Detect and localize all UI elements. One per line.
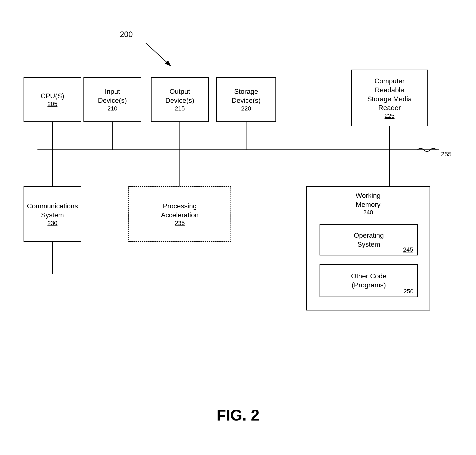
cpu-box: CPU(S) 205 — [24, 77, 81, 122]
svg-text:255: 255 — [441, 151, 452, 158]
working-memory-label: WorkingMemory — [307, 191, 429, 209]
output-number: 215 — [175, 105, 185, 112]
processing-number: 235 — [175, 220, 185, 227]
reader-label: ComputerReadableStorage MediaReader — [367, 77, 412, 112]
storage-number: 220 — [241, 105, 251, 112]
os-number: 245 — [403, 246, 413, 253]
input-number: 210 — [107, 105, 118, 112]
working-memory-number: 240 — [307, 209, 429, 216]
reader-number: 225 — [385, 112, 395, 119]
working-memory-box: WorkingMemory 240 OperatingSystem 245 Ot… — [306, 186, 430, 310]
other-code-label: Other Code(Programs) — [351, 272, 386, 290]
os-label: OperatingSystem — [354, 231, 384, 249]
svg-line-1 — [145, 43, 171, 66]
other-code-box: Other Code(Programs) 250 — [320, 264, 418, 297]
input-box: InputDevice(s) 210 — [83, 77, 141, 122]
comms-number: 230 — [48, 220, 57, 227]
ref-200-label: 200 — [120, 30, 133, 39]
cpu-number: 205 — [48, 101, 57, 107]
output-box: OutputDevice(s) 215 — [151, 77, 209, 122]
processing-label: ProcessingAcceleration — [161, 202, 199, 219]
other-code-number: 250 — [403, 288, 413, 295]
output-label: OutputDevice(s) — [165, 87, 194, 105]
fig-label: FIG. 2 — [217, 406, 259, 424]
comms-label: CommunicationsSystem — [27, 202, 78, 219]
comms-box: CommunicationsSystem 230 — [24, 186, 81, 242]
storage-box: StorageDevice(s) 220 — [216, 77, 276, 122]
cpu-label: CPU(S) — [41, 92, 64, 101]
os-box: OperatingSystem 245 — [320, 224, 418, 255]
reader-box: ComputerReadableStorage MediaReader 225 — [351, 70, 428, 126]
processing-box: ProcessingAcceleration 235 — [129, 186, 231, 242]
storage-label: StorageDevice(s) — [232, 87, 260, 105]
input-label: InputDevice(s) — [98, 87, 127, 105]
